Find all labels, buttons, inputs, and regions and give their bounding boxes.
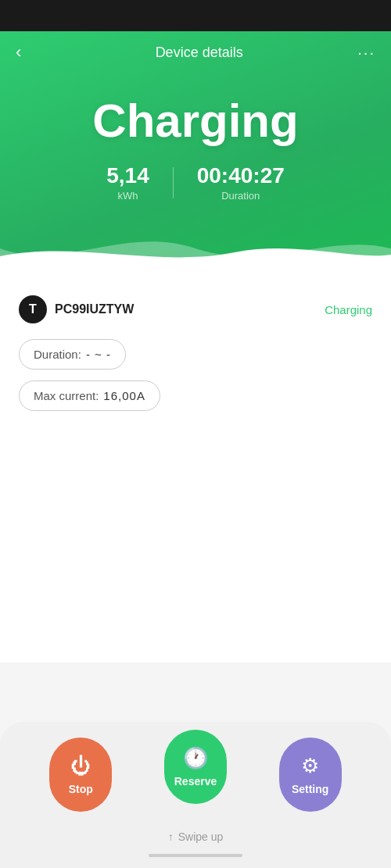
duration-field-value: - ~ - [86,348,111,361]
duration-value: 00:40:27 [197,163,285,188]
setting-button-circle: ⚙ Setting [279,738,342,812]
device-icon: T [19,295,47,323]
home-indicator [0,848,391,860]
main-content: T PC99IUZTYW Charging Duration: - ~ - Ma… [0,272,391,663]
swipe-up-indicator: ↑ Swipe up [0,824,391,848]
max-current-value: 16,00A [103,389,145,402]
status-bar [0,0,391,31]
bottom-action-area: ⏻ Stop 🕐 Reserve ⚙ Setting ↑ Swipe up [0,722,391,868]
reserve-button-label: Reserve [174,775,217,788]
energy-value: 5,14 [106,163,149,188]
back-button[interactable]: ‹ [16,42,41,63]
device-name: PC99IUZTYW [55,302,134,316]
device-status-badge: Charging [325,303,372,316]
charging-status-title: Charging [0,94,391,148]
max-current-field[interactable]: Max current: 16,00A [19,380,160,411]
swipe-up-arrow-icon: ↑ [168,830,174,843]
stop-button[interactable]: ⏻ Stop [49,738,112,812]
energy-stat: 5,14 kWh [83,163,173,202]
action-buttons-row: ⏻ Stop 🕐 Reserve ⚙ Setting [0,738,391,812]
hero-section: ‹ Device details ··· Charging 5,14 kWh 0… [0,31,391,272]
more-options-button[interactable]: ··· [357,44,375,62]
page-title: Device details [156,45,243,61]
wave-decoration [0,225,391,272]
header: ‹ Device details ··· [0,31,391,70]
duration-field-label: Duration: [34,348,81,361]
duration-field[interactable]: Duration: - ~ - [19,339,126,370]
energy-unit: kWh [106,190,149,202]
reserve-clock-icon: 🕐 [183,746,208,770]
reserve-button-circle: 🕐 Reserve [164,730,227,804]
device-row: T PC99IUZTYW Charging [19,295,372,323]
home-indicator-line [149,854,242,857]
stop-button-circle: ⏻ Stop [49,738,112,812]
max-current-label: Max current: [34,389,99,402]
setting-button-label: Setting [292,783,328,795]
setting-button[interactable]: ⚙ Setting [279,738,342,812]
duration-label: Duration [197,190,285,202]
duration-stat: 00:40:27 Duration [174,163,308,202]
stop-button-label: Stop [69,783,93,795]
device-info: T PC99IUZTYW [19,295,134,323]
stats-row: 5,14 kWh 00:40:27 Duration [0,163,391,202]
swipe-up-label: Swipe up [178,830,224,843]
setting-gear-icon: ⚙ [301,754,319,778]
stop-power-icon: ⏻ [70,754,91,778]
reserve-button[interactable]: 🕐 Reserve [164,738,227,812]
